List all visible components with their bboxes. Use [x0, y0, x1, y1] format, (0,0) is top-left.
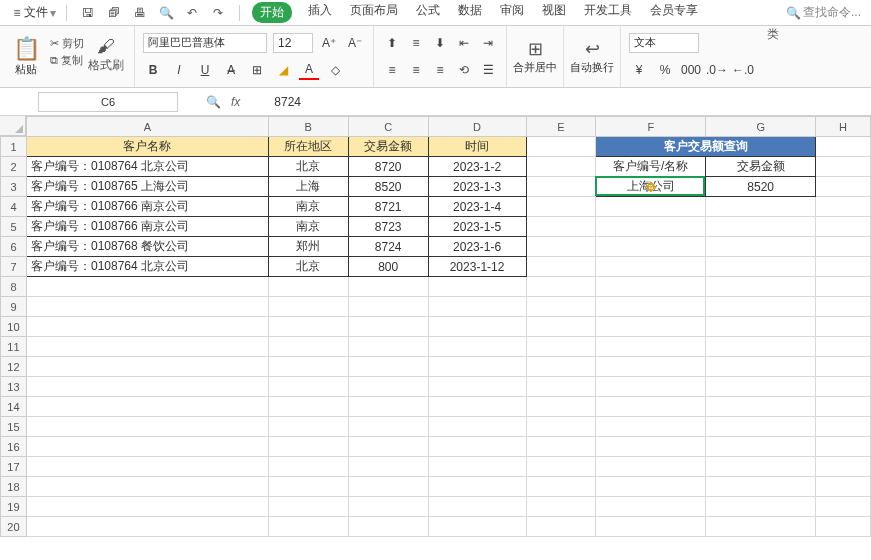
cell[interactable]: [526, 277, 596, 297]
col-header-E[interactable]: E: [526, 117, 596, 137]
cell[interactable]: [816, 417, 871, 437]
undo-icon[interactable]: ↶: [183, 6, 201, 20]
tab-layout[interactable]: 页面布局: [348, 2, 400, 23]
cell[interactable]: [526, 197, 596, 217]
col-header-C[interactable]: C: [348, 117, 428, 137]
cell[interactable]: [816, 377, 871, 397]
cell[interactable]: 客户编号：0108765 上海公司: [26, 177, 268, 197]
cell[interactable]: [428, 517, 526, 537]
cell[interactable]: [526, 477, 596, 497]
dec-inc-icon[interactable]: .0→: [707, 60, 727, 80]
cell[interactable]: [26, 437, 268, 457]
border-button[interactable]: ⊞: [247, 60, 267, 80]
cell[interactable]: 郑州: [268, 237, 348, 257]
align-left-icon[interactable]: ≡: [382, 60, 402, 80]
tab-formula[interactable]: 公式: [414, 2, 442, 23]
cell[interactable]: [26, 497, 268, 517]
cell[interactable]: [428, 317, 526, 337]
cell[interactable]: [706, 357, 816, 377]
cell[interactable]: [596, 297, 706, 317]
cell[interactable]: [596, 437, 706, 457]
cell[interactable]: 客户编号/名称: [596, 157, 706, 177]
tab-home[interactable]: 开始: [252, 2, 292, 23]
row-header[interactable]: 7: [1, 257, 27, 277]
col-header-D[interactable]: D: [428, 117, 526, 137]
cell[interactable]: 北京: [268, 257, 348, 277]
cell[interactable]: 2023-1-4: [428, 197, 526, 217]
cell[interactable]: [268, 517, 348, 537]
cell[interactable]: [816, 177, 871, 197]
cell[interactable]: [706, 257, 816, 277]
cell[interactable]: [268, 377, 348, 397]
cell[interactable]: [348, 397, 428, 417]
paste-button[interactable]: 📋 粘贴: [6, 36, 46, 77]
cell[interactable]: [348, 317, 428, 337]
cell[interactable]: [348, 497, 428, 517]
select-all-corner[interactable]: [0, 116, 26, 136]
cell[interactable]: [526, 397, 596, 417]
cell[interactable]: 800: [348, 257, 428, 277]
cell[interactable]: 8724: [348, 237, 428, 257]
row-header[interactable]: 18: [1, 477, 27, 497]
cut-button[interactable]: ✂剪切: [50, 36, 84, 51]
cell[interactable]: [348, 297, 428, 317]
phonetic-button[interactable]: ◇: [325, 60, 345, 80]
cell[interactable]: [348, 337, 428, 357]
align-right-icon[interactable]: ≡: [430, 60, 450, 80]
cell[interactable]: 8520: [348, 177, 428, 197]
strike-button[interactable]: A̶: [221, 60, 241, 80]
cell[interactable]: [526, 417, 596, 437]
name-box[interactable]: C6: [38, 92, 178, 112]
cell[interactable]: 交易金额: [348, 137, 428, 157]
cell[interactable]: [526, 517, 596, 537]
col-header-H[interactable]: H: [816, 117, 871, 137]
row-header[interactable]: 4: [1, 197, 27, 217]
cell[interactable]: [816, 497, 871, 517]
cell[interactable]: [526, 337, 596, 357]
cell[interactable]: [596, 317, 706, 337]
cell[interactable]: [26, 277, 268, 297]
cell[interactable]: 客户编号：0108766 南京公司: [26, 197, 268, 217]
row-header[interactable]: 5: [1, 217, 27, 237]
cell[interactable]: 客户编号：0108766 南京公司: [26, 217, 268, 237]
cell[interactable]: [526, 357, 596, 377]
orientation-icon[interactable]: ⟲: [454, 60, 474, 80]
cell[interactable]: [816, 477, 871, 497]
cell[interactable]: [348, 357, 428, 377]
cell[interactable]: 8723: [348, 217, 428, 237]
cell[interactable]: [596, 517, 706, 537]
cell[interactable]: [816, 157, 871, 177]
cell[interactable]: [706, 437, 816, 457]
tab-member[interactable]: 会员专享: [648, 2, 700, 23]
cell[interactable]: [596, 237, 706, 257]
cell[interactable]: [526, 457, 596, 477]
cell[interactable]: [596, 457, 706, 477]
dec-dec-icon[interactable]: ←.0: [733, 60, 753, 80]
cell[interactable]: 时间: [428, 137, 526, 157]
comma-icon[interactable]: 000: [681, 60, 701, 80]
cell[interactable]: [428, 357, 526, 377]
distribute-icon[interactable]: ☰: [478, 60, 498, 80]
cell[interactable]: 客户编号：0108768 餐饮公司: [26, 237, 268, 257]
cell[interactable]: [268, 297, 348, 317]
cell[interactable]: [596, 397, 706, 417]
cell[interactable]: [428, 277, 526, 297]
cell[interactable]: [428, 417, 526, 437]
cell[interactable]: [816, 437, 871, 457]
cell[interactable]: [816, 137, 871, 157]
cell[interactable]: [268, 337, 348, 357]
cell[interactable]: 交易金额: [706, 157, 816, 177]
merge-center-button[interactable]: ⊞ 合并居中: [507, 26, 564, 87]
align-center-icon[interactable]: ≡: [406, 60, 426, 80]
file-menu[interactable]: ≡ 文件 ▾: [4, 2, 62, 24]
cell[interactable]: [596, 477, 706, 497]
redo-icon[interactable]: ↷: [209, 6, 227, 20]
col-header-A[interactable]: A: [26, 117, 268, 137]
row-header[interactable]: 20: [1, 517, 27, 537]
cell[interactable]: [706, 297, 816, 317]
cell[interactable]: [26, 297, 268, 317]
auto-wrap-button[interactable]: ↩ 自动换行: [564, 26, 621, 87]
cell[interactable]: [428, 497, 526, 517]
cell[interactable]: [816, 297, 871, 317]
cell[interactable]: [596, 377, 706, 397]
